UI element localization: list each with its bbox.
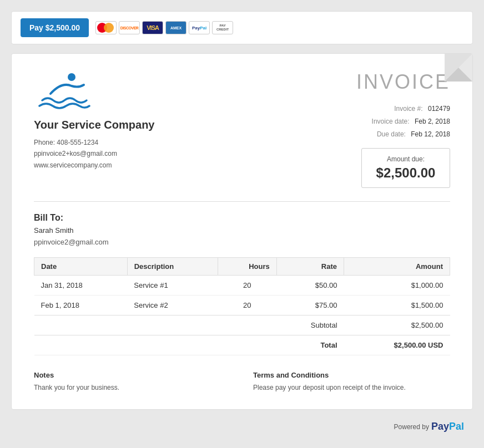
credit-card-icon: PAYCREDIT bbox=[212, 21, 233, 34]
paypal-pay: Pay bbox=[431, 421, 449, 432]
col-date: Date bbox=[34, 258, 128, 276]
due-date-label: Due date: bbox=[377, 130, 406, 138]
invoice-date-value: Feb 2, 2018 bbox=[415, 118, 450, 125]
paypal-footer: Powered by PayPal bbox=[11, 416, 473, 435]
bill-to-name: Sarah Smith bbox=[34, 226, 450, 235]
row-hours: 20 bbox=[218, 296, 276, 315]
header-divider bbox=[34, 201, 450, 202]
logo-svg bbox=[34, 70, 95, 109]
notes-text: Thank you for your business. bbox=[34, 383, 231, 393]
due-date-value: Feb 12, 2018 bbox=[411, 130, 450, 138]
bill-to-section: Bill To: Sarah Smith ppinvoice2@gmail.co… bbox=[34, 213, 450, 246]
row-rate: $50.00 bbox=[276, 276, 344, 296]
terms-label: Terms and Conditions bbox=[253, 371, 450, 379]
table-row: Feb 1, 2018 Service #2 20 $75.00 $1,500.… bbox=[34, 296, 450, 315]
total-spacer bbox=[34, 335, 277, 355]
row-rate: $75.00 bbox=[276, 296, 344, 315]
row-amount: $1,500.00 bbox=[344, 296, 450, 315]
col-amount: Amount bbox=[344, 258, 450, 276]
invoice-title: INVOICE bbox=[356, 70, 450, 94]
payment-icons: DISCOVER VISA AMEX PayPal PAYCREDIT bbox=[95, 21, 233, 34]
company-contact: Phone: 408-555-1234 ppinvoice2+kos@gmail… bbox=[34, 137, 356, 171]
invoice-number-row: Invoice #: 012479 bbox=[356, 103, 450, 115]
terms-section: Terms and Conditions Please pay your dep… bbox=[253, 371, 450, 393]
table-header-row: Date Description Hours Rate Amount bbox=[34, 258, 450, 276]
row-date: Feb 1, 2018 bbox=[34, 296, 128, 315]
notes-terms-section: Notes Thank you for your business. Terms… bbox=[34, 369, 450, 393]
amount-due-label: Amount due: bbox=[371, 155, 441, 163]
company-name: Your Service Company bbox=[34, 119, 356, 131]
invoice-meta-right: INVOICE Invoice #: 012479 Invoice date: … bbox=[356, 70, 450, 188]
powered-by-text: Powered by bbox=[394, 423, 429, 431]
visa-icon: VISA bbox=[142, 21, 163, 34]
invoice-number-value: 012479 bbox=[428, 105, 450, 113]
subtotal-value: $2,500.00 bbox=[344, 315, 450, 335]
subtotal-row: Subtotal $2,500.00 bbox=[34, 315, 450, 335]
invoice-number-label: Invoice #: bbox=[394, 105, 422, 113]
invoice-details: Invoice #: 012479 Invoice date: Feb 2, 2… bbox=[356, 103, 450, 140]
bill-to-email: ppinvoice2@gmail.com bbox=[34, 238, 450, 246]
col-description: Description bbox=[127, 258, 218, 276]
subtotal-spacer bbox=[34, 315, 277, 335]
subtotal-label: Subtotal bbox=[276, 315, 344, 335]
company-info: Your Service Company Phone: 408-555-1234… bbox=[34, 70, 356, 171]
amex-icon: AMEX bbox=[165, 21, 186, 34]
row-description: Service #2 bbox=[127, 296, 218, 315]
row-amount: $1,000.00 bbox=[344, 276, 450, 296]
invoice-container: Your Service Company Phone: 408-555-1234… bbox=[11, 53, 473, 410]
company-logo bbox=[34, 70, 356, 111]
row-hours: 20 bbox=[218, 276, 276, 296]
invoice-date-label: Invoice date: bbox=[372, 118, 410, 125]
due-date-row: Due date: Feb 12, 2018 bbox=[356, 128, 450, 141]
notes-section: Notes Thank you for your business. bbox=[34, 371, 231, 393]
notes-label: Notes bbox=[34, 371, 231, 379]
amount-due-value: $2,500.00 bbox=[371, 165, 441, 181]
total-value: $2,500.00 USD bbox=[344, 335, 450, 355]
invoice-table: Date Description Hours Rate Amount Jan 3… bbox=[34, 257, 450, 355]
terms-text: Please pay your deposit upon receipt of … bbox=[253, 383, 450, 393]
total-label: Total bbox=[276, 335, 344, 355]
company-website: www.servicecompany.com bbox=[34, 160, 356, 171]
col-hours: Hours bbox=[218, 258, 276, 276]
company-phone: Phone: 408-555-1234 bbox=[34, 137, 356, 148]
pay-button[interactable]: Pay $2,500.00 bbox=[21, 18, 89, 37]
bill-to-label: Bill To: bbox=[34, 213, 450, 223]
svg-point-0 bbox=[68, 73, 75, 81]
discover-icon: DISCOVER bbox=[119, 21, 140, 34]
toolbar: Pay $2,500.00 DISCOVER VISA AMEX PayPal … bbox=[11, 11, 473, 44]
paypal-card-icon: PayPal bbox=[189, 21, 210, 34]
total-row: Total $2,500.00 USD bbox=[34, 335, 450, 355]
paypal-pal: Pal bbox=[449, 421, 464, 432]
invoice-header: Your Service Company Phone: 408-555-1234… bbox=[34, 70, 450, 188]
paypal-logo: PayPal bbox=[431, 421, 464, 432]
company-email: ppinvoice2+kos@gmail.com bbox=[34, 148, 356, 159]
col-rate: Rate bbox=[276, 258, 344, 276]
invoice-date-row: Invoice date: Feb 2, 2018 bbox=[356, 115, 450, 128]
mastercard-icon bbox=[95, 21, 117, 34]
row-date: Jan 31, 2018 bbox=[34, 276, 128, 296]
table-row: Jan 31, 2018 Service #1 20 $50.00 $1,000… bbox=[34, 276, 450, 296]
row-description: Service #1 bbox=[127, 276, 218, 296]
fold-corner bbox=[445, 54, 472, 82]
amount-due-box: Amount due: $2,500.00 bbox=[361, 148, 450, 188]
